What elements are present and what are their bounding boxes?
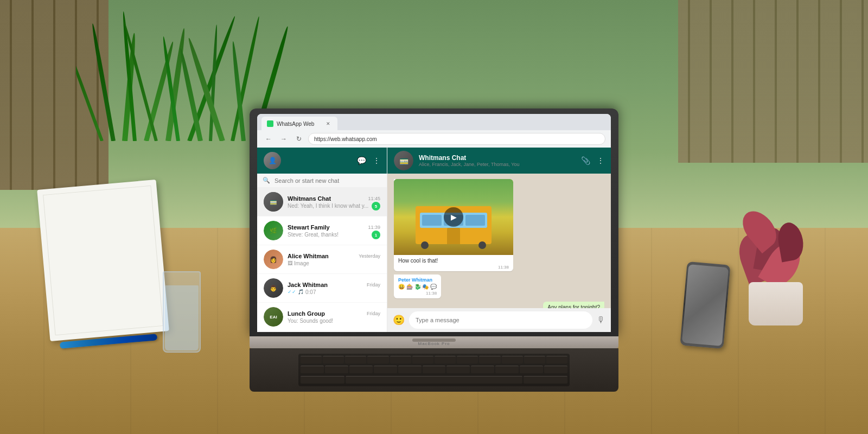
- browser-tab-bar: WhatsApp Web ✕: [257, 114, 611, 130]
- peter-time: 11:38: [398, 291, 437, 296]
- back-button[interactable]: ←: [263, 133, 275, 145]
- chat-info-whitmans: Whitmans Chat 11:45 Ned: Yeah, I think I…: [288, 195, 380, 209]
- chat-header-avatar[interactable]: 🚃: [394, 151, 413, 170]
- message-input[interactable]: [409, 311, 592, 329]
- key: [446, 366, 470, 373]
- key: [412, 356, 433, 363]
- attachment-icon[interactable]: 📎: [581, 156, 590, 165]
- menu-icon[interactable]: ⋮: [373, 156, 380, 165]
- forward-button[interactable]: →: [278, 133, 290, 145]
- message-sent: Any plans for tonight? 11:39 ✓✓: [543, 302, 604, 308]
- tab-close-button[interactable]: ✕: [324, 120, 332, 127]
- key: [457, 356, 478, 363]
- refresh-button[interactable]: ↻: [293, 133, 305, 145]
- tram-wheels: [416, 242, 492, 248]
- address-bar[interactable]: https://web.whatsapp.com: [308, 133, 605, 145]
- chat-name-whitmans: Whitmans Chat: [288, 195, 331, 202]
- bubble-sent: Any plans for tonight? 11:39 ✓✓: [543, 302, 604, 308]
- key: [479, 356, 500, 363]
- message-sent-wrapper: Any plans for tonight? 11:39 ✓✓: [394, 302, 604, 308]
- key: [544, 366, 567, 373]
- key-row-2: [301, 366, 567, 374]
- new-chat-icon[interactable]: 💬: [357, 156, 366, 165]
- chat-preview-jack: ✓✓ 🎵 0:07: [288, 289, 380, 295]
- chat-time-whitmans: 11:45: [368, 196, 380, 201]
- key: [325, 366, 348, 373]
- key: [502, 356, 523, 363]
- key: [345, 356, 366, 363]
- tram-wheel-2: [478, 241, 486, 249]
- chat-info-lunch: Lunch Group Friday You: Sounds good!: [288, 310, 380, 324]
- emoji-button[interactable]: 🙂: [393, 314, 405, 326]
- chat-header: 🚃 Whitmans Chat Alice, Francis, Jack, Ja…: [387, 148, 611, 174]
- chat-header-name: Whitmans Chat: [419, 154, 576, 162]
- badge-whitmans: 5: [372, 202, 380, 210]
- video-caption: How cool is that! 11:38: [394, 255, 513, 271]
- user-avatar[interactable]: 👤: [264, 152, 281, 169]
- chat-name-stewart: Stewart Family: [288, 224, 330, 231]
- browser-tab-whatsapp[interactable]: WhatsApp Web ✕: [261, 117, 337, 131]
- sidebar-header: 👤 💬 ⋮: [257, 148, 387, 174]
- chat-item-lunch[interactable]: EAI Lunch Group Friday You: Sounds good!: [257, 303, 387, 331]
- chat-header-icons: 📎 ⋮: [581, 156, 604, 165]
- chat-time-jack: Friday: [367, 282, 380, 288]
- chat-menu-icon[interactable]: ⋮: [597, 156, 604, 165]
- search-input[interactable]: [275, 177, 381, 184]
- chat-info-alice: Alice Whitman Yesterday 🖼 Image: [288, 253, 380, 266]
- search-bar: 🔍: [257, 174, 387, 188]
- tram-window-1: [422, 215, 442, 226]
- key: [524, 376, 567, 384]
- chat-item-jane[interactable]: 👩 Jane Pearson Friday: [257, 331, 387, 332]
- mic-button[interactable]: 🎙: [597, 315, 605, 325]
- chat-item-stewart[interactable]: 🌿 Stewart Family 11:39 Steve: Great, tha…: [257, 216, 387, 245]
- key: [374, 366, 397, 373]
- url-text: https://web.whatsapp.com: [314, 136, 377, 142]
- chat-list[interactable]: 🚃 Whitmans Chat 11:45 Ned: Yeah, I think…: [257, 188, 387, 332]
- chat-item-jack[interactable]: 👨 Jack Whitman Friday ✓✓ 🎵: [257, 274, 387, 303]
- glass: [157, 266, 206, 353]
- fence-right: [678, 0, 868, 163]
- notebook: [37, 180, 169, 341]
- avatar-stewart: 🌿: [264, 221, 283, 240]
- video-bubble: ▶ How cool is that! 11:38: [394, 179, 513, 271]
- key: [349, 366, 373, 373]
- wa-sidebar: 👤 💬 ⋮ 🔍: [257, 148, 387, 332]
- key: [546, 356, 567, 363]
- video-thumbnail[interactable]: ▶: [394, 179, 513, 255]
- chat-panel: 🚃 Whitmans Chat Alice, Francis, Jack, Ja…: [387, 148, 611, 332]
- key: [301, 356, 322, 363]
- messages-area[interactable]: ▶ How cool is that! 11:38: [387, 174, 611, 308]
- chat-item-alice[interactable]: 👩 Alice Whitman Yesterday 🖼 Image: [257, 245, 387, 274]
- key: [323, 356, 344, 363]
- laptop-screen-bezel: WhatsApp Web ✕ ← → ↻ https://web.whatsap…: [250, 108, 618, 336]
- key: [435, 356, 456, 363]
- key-row-1: [301, 356, 567, 364]
- laptop-base: MacBook Pro: [250, 336, 618, 348]
- laptop-keyboard: [250, 348, 618, 392]
- video-caption-text: How cool is that!: [398, 258, 509, 264]
- plant-right: [727, 190, 825, 326]
- chat-header-info: Whitmans Chat Alice, Francis, Jack, Jane…: [419, 154, 576, 167]
- laptop-label: MacBook Pro: [418, 341, 450, 346]
- emoji-content: 😀 🎰 🐉 🎭 💬: [398, 284, 437, 290]
- chat-preview-stewart: Steve: Great, thanks!: [288, 232, 380, 238]
- key: [390, 356, 411, 363]
- tram-window-3: [465, 215, 485, 226]
- chat-header-members: Alice, Francis, Jack, Jane, Peter, Thoma…: [419, 162, 576, 167]
- key: [423, 366, 446, 373]
- tram-wheel-1: [421, 241, 429, 249]
- key: [471, 366, 494, 373]
- key: [524, 356, 545, 363]
- key: [301, 376, 344, 384]
- laptop: WhatsApp Web ✕ ← → ↻ https://web.whatsap…: [250, 108, 618, 392]
- key: [520, 366, 543, 373]
- input-bar: 🙂 🎙: [387, 308, 611, 332]
- tab-title: WhatsApp Web: [277, 121, 314, 127]
- avatar-jack: 👨: [264, 278, 283, 298]
- sent-content: Any plans for tonight?: [547, 304, 600, 308]
- message-peter-emoji: Peter Whitman 😀 🎰 🐉 🎭 💬 11:38: [394, 275, 441, 298]
- chat-item-whitmans[interactable]: 🚃 Whitmans Chat 11:45 Ned: Yeah, I think…: [257, 188, 387, 216]
- search-icon: 🔍: [263, 177, 270, 184]
- play-button[interactable]: ▶: [444, 207, 463, 227]
- bubble-peter-emoji: Peter Whitman 😀 🎰 🐉 🎭 💬 11:38: [394, 275, 441, 298]
